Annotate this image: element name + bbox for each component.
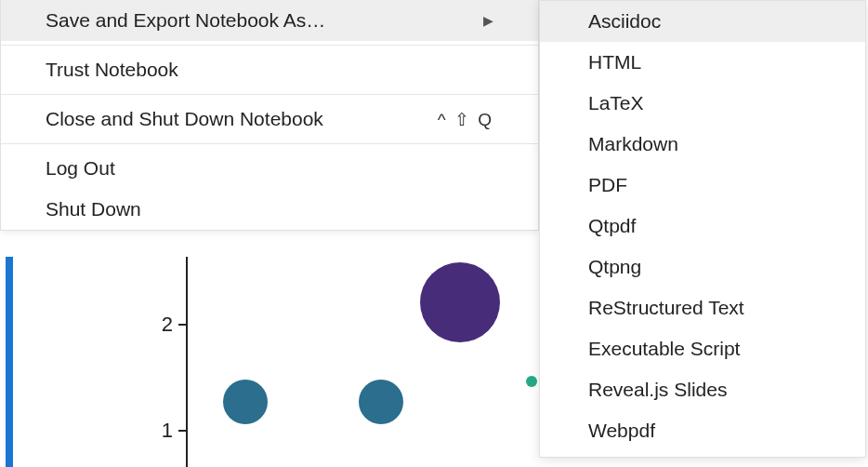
menu-item-save-export[interactable]: Save and Export Notebook As… ▶: [1, 0, 538, 41]
export-option-qtpdf[interactable]: Qtpdf: [540, 206, 865, 247]
export-submenu: Asciidoc HTML LaTeX Markdown PDF Qtpdf Q…: [539, 0, 866, 458]
menu-divider: [1, 94, 538, 95]
menu-item-label: Close and Shut Down Notebook: [46, 108, 323, 130]
export-option-executable-script[interactable]: Executable Script: [540, 328, 865, 369]
submenu-item-label: Qtpdf: [588, 215, 636, 236]
export-option-restructured-text[interactable]: ReStructured Text: [540, 287, 865, 328]
export-option-latex[interactable]: LaTeX: [540, 83, 865, 124]
menu-item-log-out[interactable]: Log Out: [1, 148, 538, 189]
y-tick-label: 2: [145, 313, 173, 337]
submenu-item-label: Asciidoc: [588, 10, 661, 32]
export-option-pdf[interactable]: PDF: [540, 165, 865, 206]
menu-divider: [1, 45, 538, 46]
submenu-item-label: Reveal.js Slides: [588, 379, 727, 400]
submenu-arrow-icon: ▶: [483, 13, 493, 28]
menu-divider: [1, 143, 538, 144]
menu-item-label: Save and Export Notebook As…: [46, 9, 325, 32]
menu-item-trust-notebook[interactable]: Trust Notebook: [1, 49, 538, 90]
keyboard-shortcut: ^ ⇧ Q: [438, 109, 493, 130]
submenu-item-label: LaTeX: [588, 92, 644, 113]
y-tick-label: 1: [145, 419, 173, 443]
y-axis: [186, 257, 188, 467]
submenu-item-label: Webpdf: [588, 420, 655, 441]
data-point: [420, 262, 500, 342]
notebook-output-area: 2 1: [0, 257, 539, 467]
menu-item-label: Trust Notebook: [46, 59, 178, 81]
scatter-chart: 2 1: [28, 257, 537, 467]
data-point: [526, 376, 537, 387]
export-option-html[interactable]: HTML: [540, 42, 865, 83]
export-option-webpdf[interactable]: Webpdf: [540, 410, 865, 451]
y-tick: [178, 430, 188, 432]
file-menu: Save and Export Notebook As… ▶ Trust Not…: [0, 0, 539, 231]
menu-item-label: Shut Down: [46, 198, 141, 220]
menu-item-close-shutdown[interactable]: Close and Shut Down Notebook ^ ⇧ Q: [1, 99, 538, 140]
y-tick: [178, 324, 188, 326]
menu-item-label: Log Out: [46, 157, 115, 180]
data-point: [223, 380, 268, 424]
submenu-item-label: ReStructured Text: [588, 297, 744, 318]
submenu-item-label: Markdown: [588, 133, 678, 154]
submenu-item-label: PDF: [588, 174, 627, 195]
submenu-item-label: Qtpng: [588, 256, 641, 277]
export-option-revealjs-slides[interactable]: Reveal.js Slides: [540, 369, 865, 410]
export-option-markdown[interactable]: Markdown: [540, 124, 865, 165]
export-option-qtpng[interactable]: Qtpng: [540, 247, 865, 287]
submenu-item-label: HTML: [588, 51, 641, 73]
data-point: [359, 380, 403, 424]
menu-item-shut-down[interactable]: Shut Down: [1, 189, 538, 230]
cell-selection-bar: [6, 257, 13, 467]
export-option-asciidoc[interactable]: Asciidoc: [540, 1, 865, 42]
submenu-item-label: Executable Script: [588, 338, 740, 359]
